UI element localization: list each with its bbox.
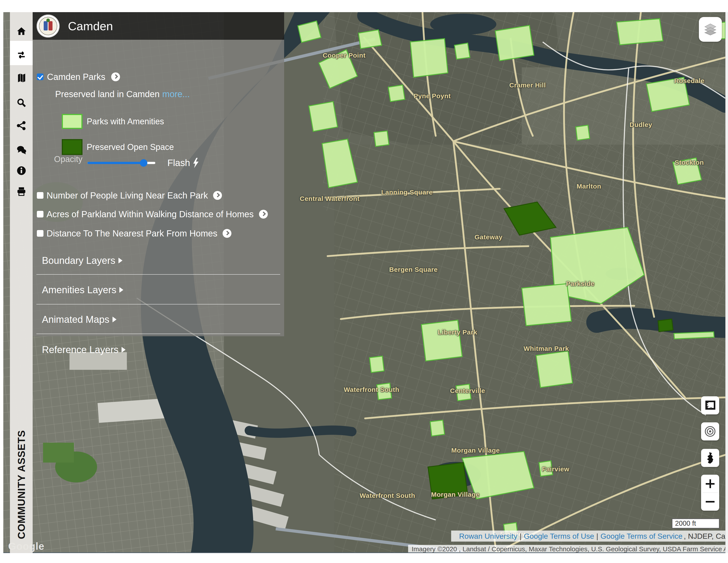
camden-city-seal-logo bbox=[37, 15, 60, 38]
legend-label: Preserved Open Space bbox=[87, 142, 174, 152]
map-place-label: Marlton bbox=[576, 182, 601, 190]
measure-extent-button[interactable] bbox=[701, 396, 719, 415]
camden-parks-checkbox[interactable] bbox=[37, 73, 43, 80]
sidebar-item-share[interactable] bbox=[16, 120, 27, 131]
expand-triangle-icon bbox=[113, 317, 116, 322]
tool-sidebar: COMMUNITY ASSETS bbox=[10, 12, 33, 553]
scale-bar-label: 2000 ft bbox=[675, 520, 696, 527]
preserved-open-space-swatch bbox=[62, 139, 83, 155]
camden-parks-layer-row: Camden Parks bbox=[37, 71, 120, 83]
search-icon bbox=[16, 98, 26, 108]
app-window: Cooper PointPyne PoyntCramer HillRosedal… bbox=[0, 0, 728, 563]
community-assets-label: COMMUNITY ASSETS bbox=[15, 430, 27, 539]
swap-horizontal-icon bbox=[16, 50, 26, 60]
group-animated-maps[interactable]: Animated Maps bbox=[42, 313, 116, 326]
expand-triangle-icon bbox=[122, 347, 126, 353]
info-icon bbox=[16, 165, 26, 176]
camden-parks-expand-icon[interactable] bbox=[111, 72, 120, 81]
camden-parks-label: Camden Parks bbox=[47, 72, 105, 82]
attribution-bar: Rowan University | Google Terms of Use |… bbox=[451, 531, 725, 542]
acres-walking-distance-checkbox[interactable] bbox=[37, 211, 43, 217]
distance-nearest-park-checkbox[interactable] bbox=[37, 230, 43, 237]
group-reference-layers[interactable]: Reference Layers bbox=[42, 344, 126, 356]
zoom-in-button[interactable] bbox=[701, 475, 719, 493]
share-icon bbox=[16, 120, 26, 131]
sidebar-item-layer-swap[interactable] bbox=[16, 50, 27, 60]
flash-label: Flash bbox=[167, 158, 190, 168]
more-link[interactable]: more... bbox=[162, 89, 190, 99]
acres-walking-distance-expand-icon[interactable] bbox=[259, 210, 268, 218]
parks-with-amenities-swatch bbox=[62, 114, 83, 129]
layer-toggle-row: Distance To The Nearest Park From Homes bbox=[37, 227, 231, 239]
sidebar-item-info[interactable] bbox=[16, 165, 27, 176]
group-boundary-layers[interactable]: Boundary Layers bbox=[42, 254, 122, 267]
group-label: Animated Maps bbox=[42, 314, 109, 325]
opacity-slider-handle[interactable] bbox=[140, 159, 147, 167]
attribution-suffix: , NJDEP, Camden County bbox=[684, 532, 725, 540]
legend-label: Parks with Amenities bbox=[87, 117, 164, 126]
map-bottom-border bbox=[3, 552, 725, 553]
opacity-label: Opacity bbox=[54, 154, 83, 164]
group-label: Reference Layers bbox=[42, 344, 118, 355]
map-place-label: Lanning Square bbox=[381, 188, 433, 196]
expand-triangle-icon bbox=[119, 287, 123, 293]
basemap-layers-button[interactable] bbox=[699, 17, 722, 42]
layer-toggle-label: Distance To The Nearest Park From Homes bbox=[47, 228, 217, 238]
people-near-park-checkbox[interactable] bbox=[37, 192, 43, 199]
attribution-separator: | bbox=[520, 532, 522, 540]
map-place-label: Morgan Village bbox=[451, 447, 500, 454]
layer-description: Preserved land in Camden bbox=[55, 89, 160, 99]
sidebar-item-comments[interactable] bbox=[16, 145, 27, 155]
geolocate-button[interactable] bbox=[701, 422, 719, 441]
extent-icon bbox=[704, 400, 716, 411]
map-place-label: Whitman Park bbox=[523, 345, 569, 352]
home-icon bbox=[16, 26, 26, 36]
opacity-row: Opacity Flash bbox=[54, 153, 199, 172]
map-place-label: Liberty Park bbox=[438, 329, 477, 336]
map-place-label: Parkside bbox=[566, 280, 595, 288]
map-place-label: Centerville bbox=[450, 387, 485, 395]
imagery-attribution-bar: Imagery ©2020 , Landsat / Copernicus, Ma… bbox=[408, 545, 725, 553]
layer-toggle-row: Acres of Parkland Within Walking Distanc… bbox=[37, 208, 268, 220]
group-label: Amenities Layers bbox=[42, 285, 116, 296]
panel-header: Camden bbox=[33, 12, 284, 40]
flash-button[interactable]: Flash bbox=[167, 158, 199, 168]
attribution-separator: | bbox=[596, 532, 598, 540]
legend-item: Preserved Open Space bbox=[62, 139, 174, 155]
map-place-label: Gateway bbox=[475, 233, 503, 241]
chat-icon bbox=[16, 145, 26, 155]
panel-divider bbox=[36, 304, 280, 305]
opacity-slider[interactable] bbox=[87, 159, 155, 167]
zoom-in-icon bbox=[706, 479, 715, 488]
distance-nearest-park-expand-icon[interactable] bbox=[223, 229, 231, 238]
sidebar-item-print[interactable] bbox=[16, 186, 27, 197]
panel-divider bbox=[36, 334, 280, 334]
map-place-label: Morgan Village bbox=[431, 491, 480, 498]
map-place-label: Stockton bbox=[675, 159, 704, 166]
sidebar-item-search[interactable] bbox=[16, 97, 27, 108]
geolocate-icon bbox=[704, 425, 716, 438]
map-place-label: Rosedale bbox=[674, 77, 704, 85]
group-amenities-layers[interactable]: Amenities Layers bbox=[42, 284, 123, 296]
layer-toggle-label: Acres of Parkland Within Walking Distanc… bbox=[47, 209, 254, 219]
attribution-link[interactable]: Google Terms of Use bbox=[524, 532, 594, 540]
panel-divider bbox=[36, 274, 280, 274]
map-place-label: Waterfront South bbox=[360, 492, 415, 499]
zoom-out-button[interactable] bbox=[701, 493, 719, 511]
map-place-label: Cramer Hill bbox=[509, 81, 546, 89]
scrollbar[interactable] bbox=[725, 12, 728, 553]
attribution-link[interactable]: Rowan University bbox=[459, 532, 518, 540]
people-near-park-expand-icon[interactable] bbox=[213, 191, 222, 200]
sidebar-item-home[interactable] bbox=[16, 26, 27, 36]
sidebar-item-basemap[interactable] bbox=[16, 73, 27, 83]
map-place-label: Fairview bbox=[542, 465, 569, 473]
map-place-label: Central Waterfront bbox=[300, 195, 360, 202]
layer-description-row: Preserved land in Camden more... bbox=[55, 88, 190, 100]
new-jersey-extent-button[interactable] bbox=[701, 449, 719, 467]
map-place-label: Pyne Poynt bbox=[414, 92, 451, 100]
map-place-label: Waterfront South bbox=[344, 386, 399, 394]
layers-icon bbox=[704, 23, 717, 36]
layer-toggle-row: Number of People Living Near Each Park bbox=[37, 189, 222, 201]
zoom-control bbox=[701, 475, 719, 511]
attribution-link[interactable]: Google Terms of Service bbox=[600, 532, 683, 540]
